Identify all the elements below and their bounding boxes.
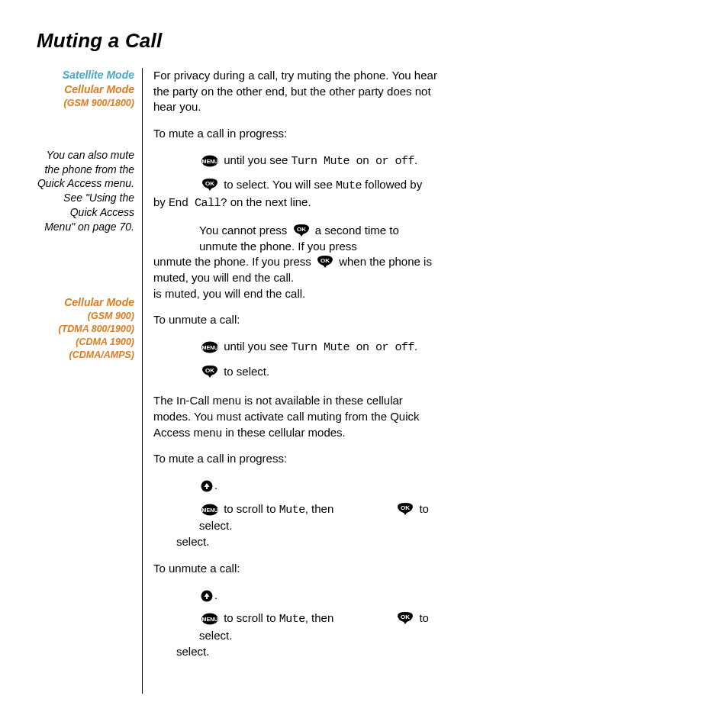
svg-text:MENU: MENU (201, 507, 217, 514)
ok-icon: OK (316, 255, 334, 269)
step-text: , then (305, 611, 334, 624)
main-content: For privacy during a call, try muting th… (153, 68, 437, 694)
menu-icon: MENU (201, 341, 219, 353)
gsm-900-1800-label: (GSM 900/1800) (37, 97, 134, 110)
period: . (414, 153, 417, 166)
ui-text: Turn Mute on or off (292, 155, 415, 168)
intro-paragraph: For privacy during a call, try muting th… (153, 68, 437, 115)
menu-icon: MENU (201, 504, 219, 516)
step-text: to scroll to (221, 502, 279, 515)
two-column-layout: Satellite Mode Cellular Mode (GSM 900/18… (37, 68, 690, 694)
mute-note-cont2: is muted, you will end the call. (153, 286, 437, 302)
mute-step-2-cont: by End Call? on the next line. (153, 195, 437, 212)
step-text: until you see (221, 153, 292, 166)
vertical-divider (142, 68, 143, 694)
sidebar-note: You can also mute the phone from the Qui… (37, 148, 134, 234)
ok-icon: OK (396, 502, 414, 516)
mute-note: You cannot press OK a second time to unm… (153, 223, 437, 254)
unmute2-step-2-cont: select. (153, 644, 437, 660)
unmute2-step-1: . (153, 588, 437, 604)
to-unmute-heading-2: To unmute a call: (153, 561, 437, 577)
unmute-step-2: OK to select. (153, 364, 437, 380)
ok-icon: OK (396, 611, 414, 625)
unmute2-step-2: MENU to scroll to Mute, then OK to selec… (153, 610, 437, 643)
svg-text:OK: OK (205, 366, 214, 373)
ui-text: Mute (279, 504, 305, 517)
step-text: until you see (221, 340, 292, 353)
mute2-step-2: MENU to scroll to Mute, then OK to selec… (153, 501, 437, 534)
period: . (214, 478, 217, 491)
to-mute-heading: To mute a call in progress: (153, 126, 437, 142)
step-text: followed by (362, 178, 422, 191)
svg-text:OK: OK (321, 257, 330, 264)
ok-icon: OK (201, 365, 219, 378)
period: . (414, 340, 417, 353)
ok-icon: OK (292, 224, 311, 237)
svg-text:MENU: MENU (201, 158, 217, 165)
mute2-step-2-cont: select. (153, 534, 437, 550)
menu-icon: MENU (201, 613, 219, 625)
svg-text:OK: OK (205, 180, 214, 187)
mute-step-2: OK to select. You will see Mute followed… (153, 177, 437, 195)
page: Muting a Call Satellite Mode Cellular Mo… (0, 0, 728, 728)
step-text: to scroll to (221, 611, 279, 624)
page-title: Muting a Call (37, 29, 690, 53)
period: . (214, 588, 217, 601)
to-mute-heading-2: To mute a call in progress: (153, 451, 437, 467)
sidebar-block-2: Cellular Mode (GSM 900) (TDMA 800/1900) … (37, 295, 134, 361)
ui-text: Turn Mute on or off (292, 341, 415, 354)
cdma-1900-label: (CDMA 1900) (37, 336, 134, 349)
step-text: by (153, 195, 169, 208)
step-text: on the next line. (227, 195, 311, 208)
ui-text: Mute (336, 179, 362, 192)
satellite-mode-label: Satellite Mode (37, 68, 134, 82)
sidebar: Satellite Mode Cellular Mode (GSM 900/18… (37, 68, 142, 694)
unmute-step-1: MENU until you see Turn Mute on or off. (153, 339, 437, 356)
tdma-label: (TDMA 800/1900) (37, 323, 134, 336)
cellular-mode-label-2: Cellular Mode (37, 295, 134, 310)
cellular-mode-label: Cellular Mode (37, 82, 134, 97)
gsm-900-label: (GSM 900) (37, 310, 134, 323)
step-text: to select. You will see (221, 178, 336, 191)
mute2-step-1: . (153, 478, 437, 494)
step-text: You cannot press (199, 224, 291, 237)
step-text: unmute the phone. If you press (153, 255, 314, 268)
up-arrow-icon (201, 590, 213, 602)
up-arrow-icon (201, 480, 213, 492)
mute-step-1: MENU until you see Turn Mute on or off. (153, 153, 437, 170)
to-unmute-heading: To unmute a call: (153, 312, 437, 328)
step-text: , then (305, 502, 334, 515)
ok-icon: OK (201, 178, 219, 192)
step-text: select. (176, 645, 209, 658)
step-text: to select. (221, 365, 269, 378)
svg-text:MENU: MENU (201, 344, 217, 351)
cdma-amps-label: (CDMA/AMPS) (37, 349, 134, 362)
step-text: select. (176, 535, 209, 548)
ui-text: End Call? (169, 197, 227, 210)
svg-text:OK: OK (297, 225, 306, 232)
svg-text:MENU: MENU (201, 616, 217, 623)
mute-note-cont: unmute the phone. If you press OK when t… (153, 254, 437, 285)
menu-icon: MENU (201, 155, 219, 167)
section2-intro: The In-Call menu is not available in the… (153, 393, 437, 440)
svg-text:OK: OK (401, 614, 410, 620)
svg-text:OK: OK (401, 504, 410, 511)
ui-text: Mute (279, 613, 305, 626)
step-text: is muted, you will end the call. (153, 287, 305, 300)
